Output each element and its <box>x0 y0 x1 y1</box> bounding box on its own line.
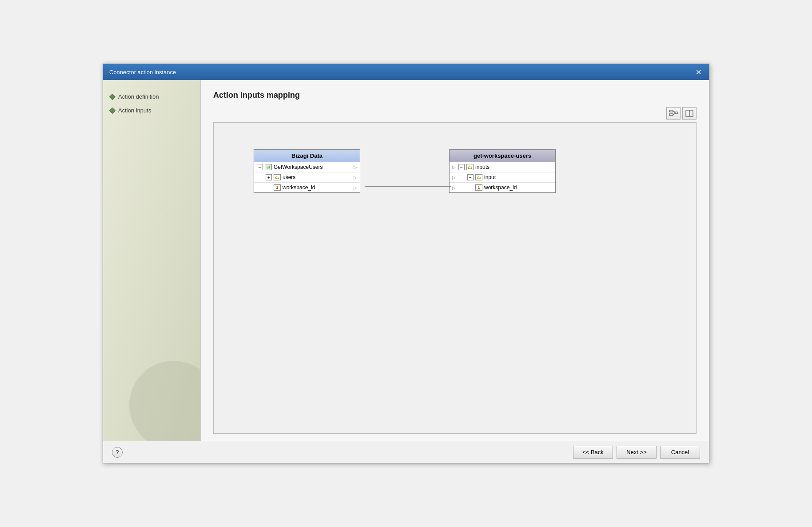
table-field-icon: ⊞ <box>265 164 272 170</box>
layout-btn-1[interactable] <box>666 107 681 120</box>
main-content: Action inputs mapping <box>201 80 709 441</box>
arrow-right-icon-2: ▷ <box>354 175 357 180</box>
sidebar-item-action-definition[interactable]: Action definition <box>110 93 193 100</box>
help-button[interactable]: ? <box>112 447 123 458</box>
layout-btn-2[interactable] <box>682 107 697 120</box>
right-table-header: get-workspace-users <box>450 150 555 162</box>
sidebar: Action definition Action inputs <box>103 80 201 441</box>
next-button[interactable]: Next >> <box>617 446 657 459</box>
table-row-r1: ▷ − 🗂 inputs <box>450 162 555 172</box>
close-button[interactable]: ✕ <box>694 68 703 76</box>
dialog-footer: ? << Back Next >> Cancel <box>103 441 709 463</box>
dialog-body: Action definition Action inputs Action i… <box>103 80 709 441</box>
table-row: 1 workspace_id ▷ <box>254 183 360 192</box>
folder-icon-r2: 🗂 <box>475 174 482 180</box>
folder-icon-r1: 🗂 <box>466 164 474 170</box>
arrow-left-icon-2: ▷ <box>452 175 456 180</box>
connector-action-dialog: Connector action instance ✕ Action defin… <box>103 64 709 463</box>
table-row: − ⊞ GetWorkspaceUsers ▷ <box>254 162 360 172</box>
svg-rect-0 <box>669 110 673 112</box>
footer-left: ? <box>112 447 123 458</box>
arrow-left-icon: ▷ <box>452 165 456 170</box>
field-label-r3: workspace_id <box>484 184 517 191</box>
folder-field-icon: 🗂 <box>274 174 281 180</box>
arrow-right-icon: ▷ <box>354 165 357 170</box>
right-data-table: get-workspace-users ▷ − 🗂 inputs ▷ <box>449 149 556 193</box>
cancel-button[interactable]: Cancel <box>660 446 700 459</box>
page-title: Action inputs mapping <box>213 91 697 100</box>
table-row-r3: ▷ 1 workspace_id <box>450 183 555 192</box>
sidebar-item-label: Action definition <box>118 93 159 100</box>
table-row-r2: ▷ − 🗂 input <box>450 172 555 183</box>
layout-icon-1 <box>669 109 678 117</box>
layout-icon-2 <box>685 109 694 117</box>
expand-icon[interactable]: − <box>257 164 263 170</box>
field-label-r1: inputs <box>475 164 490 170</box>
expand-icon-r1[interactable]: − <box>458 164 465 170</box>
svg-rect-1 <box>669 114 673 116</box>
mapping-canvas: Bizagi Data − ⊞ GetWorkspaceUsers ▷ + <box>213 122 697 434</box>
number-icon-r3: 1 <box>475 184 482 191</box>
diamond-icon-2 <box>109 107 115 113</box>
expand-icon-2[interactable]: + <box>266 174 272 180</box>
sidebar-item-action-inputs[interactable]: Action inputs <box>110 107 193 114</box>
back-button[interactable]: << Back <box>573 446 613 459</box>
canvas-inner: Bizagi Data − ⊞ GetWorkspaceUsers ▷ + <box>214 123 696 433</box>
field-label: GetWorkspaceUsers <box>274 164 322 170</box>
field-label-r2: input <box>484 174 496 180</box>
diamond-icon <box>109 93 115 100</box>
footer-right: << Back Next >> Cancel <box>573 446 700 459</box>
sidebar-item-label-2: Action inputs <box>118 107 151 114</box>
arrow-left-icon-3: ▷ <box>452 185 456 190</box>
expand-icon-r2[interactable]: − <box>467 174 474 180</box>
arrow-right-icon-3: ▷ <box>354 185 357 190</box>
field-label-3: workspace_id <box>283 184 315 191</box>
table-row: + 🗂 users ▷ <box>254 172 360 183</box>
title-bar: Connector action instance ✕ <box>103 64 709 80</box>
dialog-title: Connector action instance <box>109 69 176 76</box>
left-table-header: Bizagi Data <box>254 150 360 162</box>
number-field-icon: 1 <box>274 184 281 191</box>
mapping-toolbar <box>213 107 697 120</box>
field-label-2: users <box>283 174 295 180</box>
left-data-table: Bizagi Data − ⊞ GetWorkspaceUsers ▷ + <box>254 149 360 193</box>
